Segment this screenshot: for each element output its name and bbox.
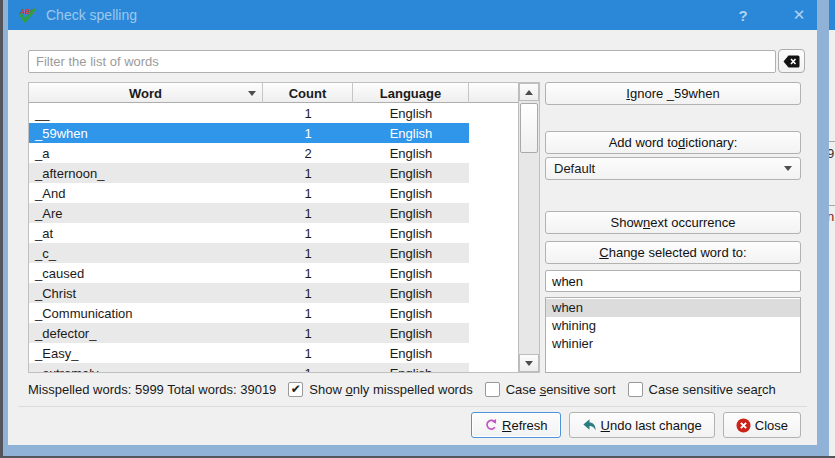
word-cell: _Christ bbox=[29, 286, 263, 301]
table-row[interactable]: _at 1 English bbox=[29, 223, 469, 243]
replacement-word-input[interactable] bbox=[545, 270, 801, 292]
checkbox-label: Show only misspelled words bbox=[309, 382, 472, 397]
language-cell: English bbox=[353, 306, 469, 321]
table-row[interactable]: _caused 1 English bbox=[29, 263, 469, 283]
word-cell: _59when bbox=[29, 126, 263, 141]
column-header-count[interactable]: Count bbox=[263, 83, 353, 103]
suggestion-item[interactable]: whinier bbox=[546, 335, 800, 353]
refresh-icon bbox=[484, 418, 498, 432]
count-cell: 1 bbox=[263, 206, 353, 221]
background-text-fragment: n bbox=[829, 209, 834, 224]
word-cell: _a bbox=[29, 146, 263, 161]
word-cell: _afternoon_ bbox=[29, 166, 263, 181]
count-cell: 1 bbox=[263, 266, 353, 281]
close-button[interactable]: Close bbox=[723, 412, 801, 438]
checkbox-group[interactable]: Case sensitive search bbox=[628, 382, 776, 397]
background-window-frame-bottom bbox=[3, 445, 829, 456]
dialog-titlebar[interactable]: ABC Check spelling ? ✕ bbox=[8, 0, 817, 30]
table-row[interactable]: _Are 1 English bbox=[29, 203, 469, 223]
help-button[interactable]: ? bbox=[731, 7, 755, 24]
dictionary-select[interactable]: Default bbox=[545, 157, 801, 180]
footer-buttons: Refresh Undo last change Close bbox=[8, 412, 801, 439]
clear-filter-button[interactable] bbox=[778, 49, 805, 73]
word-cell: _Easy_ bbox=[29, 346, 263, 361]
chevron-down-icon bbox=[784, 166, 792, 171]
show-next-occurrence-button[interactable]: Show next occurrence bbox=[545, 211, 801, 234]
count-cell: 1 bbox=[263, 346, 353, 361]
count-cell: 1 bbox=[263, 106, 353, 121]
filter-input[interactable] bbox=[28, 50, 776, 73]
checkbox[interactable] bbox=[628, 382, 643, 397]
table-row[interactable]: _extremely 1 English bbox=[29, 363, 469, 372]
count-cell: 1 bbox=[263, 366, 353, 373]
language-cell: English bbox=[353, 326, 469, 341]
language-cell: English bbox=[353, 106, 469, 121]
count-cell: 1 bbox=[263, 126, 353, 141]
suggestions-list[interactable]: whenwhiningwhinier bbox=[545, 297, 801, 373]
spellcheck-abc-icon: ABC bbox=[18, 6, 36, 24]
count-cell: 1 bbox=[263, 246, 353, 261]
checkbox-group[interactable]: Case sensitive sort bbox=[485, 382, 616, 397]
word-cell: _c_ bbox=[29, 246, 263, 261]
language-cell: English bbox=[353, 366, 469, 373]
table-row[interactable]: _And 1 English bbox=[29, 183, 469, 203]
word-cell: _at bbox=[29, 226, 263, 241]
change-selected-word-button[interactable]: Change selected word to: bbox=[545, 241, 801, 264]
add-word-to-dictionary-button[interactable]: Add word to dictionary: bbox=[545, 131, 801, 154]
ignore-word-button[interactable]: Ignore _59when bbox=[545, 82, 801, 105]
language-cell: English bbox=[353, 206, 469, 221]
language-cell: English bbox=[353, 286, 469, 301]
word-table-body: __ 1 English _59when 1 English _a 2 Engl… bbox=[29, 103, 518, 372]
table-row[interactable]: _defector_ 1 English bbox=[29, 323, 469, 343]
backspace-icon bbox=[783, 55, 800, 68]
scroll-down-icon bbox=[525, 361, 533, 366]
language-cell: English bbox=[353, 186, 469, 201]
checkbox[interactable]: ✔ bbox=[288, 382, 303, 397]
status-bar: Misspelled words: 5999 Total words: 3901… bbox=[28, 380, 801, 398]
table-row[interactable]: _Christ 1 English bbox=[29, 283, 469, 303]
table-row[interactable]: __ 1 English bbox=[29, 103, 469, 123]
table-row[interactable]: _Easy_ 1 English bbox=[29, 343, 469, 363]
scroll-down-button[interactable] bbox=[519, 354, 539, 372]
count-cell: 1 bbox=[263, 286, 353, 301]
actions-panel: Ignore _59when Add word to dictionary: D… bbox=[545, 82, 801, 373]
scrollbar-thumb[interactable] bbox=[520, 103, 538, 153]
count-cell: 1 bbox=[263, 166, 353, 181]
refresh-button[interactable]: Refresh bbox=[471, 412, 561, 438]
table-row[interactable]: _a 2 English bbox=[29, 143, 469, 163]
checkbox[interactable] bbox=[485, 382, 500, 397]
background-text-fragment: 9 bbox=[829, 146, 834, 161]
suggestion-item[interactable]: when bbox=[546, 299, 800, 317]
dialog-title: Check spelling bbox=[46, 7, 137, 23]
language-cell: English bbox=[353, 346, 469, 361]
suggestion-item[interactable]: whining bbox=[546, 317, 800, 335]
undo-icon bbox=[582, 418, 597, 432]
word-cell: _extremely bbox=[29, 366, 263, 373]
footer-divider bbox=[18, 406, 807, 407]
language-cell: English bbox=[353, 246, 469, 261]
count-cell: 1 bbox=[263, 326, 353, 341]
word-cell: __ bbox=[29, 106, 263, 121]
column-header-language[interactable]: Language bbox=[353, 83, 469, 103]
language-cell: English bbox=[353, 126, 469, 141]
table-row[interactable]: _Communication 1 English bbox=[29, 303, 469, 323]
close-window-button[interactable]: ✕ bbox=[787, 6, 811, 24]
column-header-word[interactable]: Word bbox=[29, 83, 263, 103]
table-scrollbar[interactable] bbox=[518, 83, 539, 372]
background-window-frame-right bbox=[817, 0, 829, 456]
language-cell: English bbox=[353, 146, 469, 161]
word-table-header: Word Count Language bbox=[29, 83, 518, 103]
undo-label: Undo last change bbox=[601, 418, 702, 433]
checkbox-group[interactable]: ✔ Show only misspelled words bbox=[288, 382, 472, 397]
scroll-up-button[interactable] bbox=[519, 83, 539, 101]
word-count-summary: Misspelled words: 5999 Total words: 3901… bbox=[28, 382, 276, 397]
table-row[interactable]: _c_ 1 English bbox=[29, 243, 469, 263]
table-row[interactable]: _59when 1 English bbox=[29, 123, 469, 143]
undo-last-change-button[interactable]: Undo last change bbox=[569, 412, 715, 438]
table-row[interactable]: _afternoon_ 1 English bbox=[29, 163, 469, 183]
checkbox-label: Case sensitive search bbox=[649, 382, 776, 397]
word-cell: _caused bbox=[29, 266, 263, 281]
count-cell: 1 bbox=[263, 306, 353, 321]
background-window-content: 9 n bbox=[829, 0, 835, 456]
check-spelling-dialog: ABC Check spelling ? ✕ Word Count bbox=[8, 0, 817, 445]
